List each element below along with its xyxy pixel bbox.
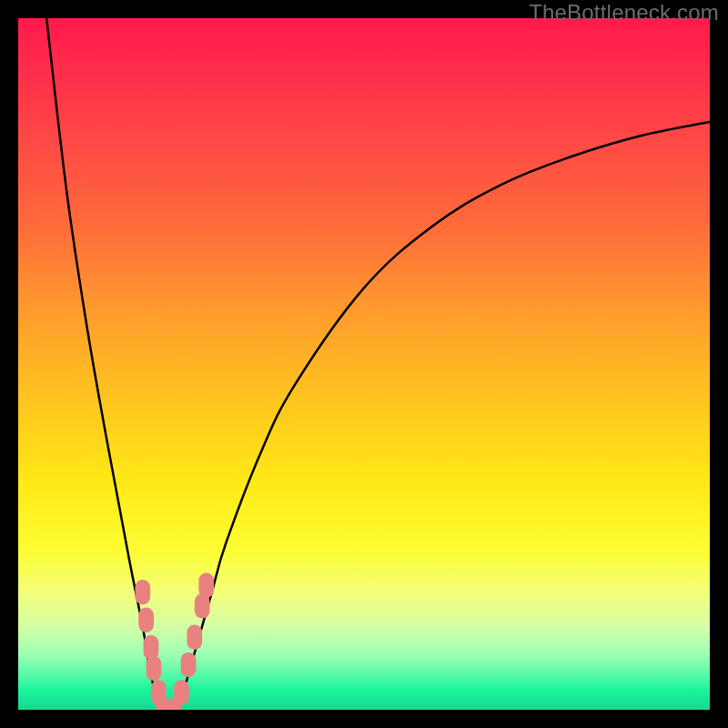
data-marker — [174, 680, 189, 704]
data-marker — [187, 625, 202, 650]
bottleneck-curve — [18, 18, 710, 710]
data-marker — [144, 635, 159, 660]
outer-frame: TheBottleneck.com — [0, 0, 728, 728]
curve-right-branch — [177, 122, 710, 710]
data-marker — [138, 608, 154, 632]
data-marker — [147, 656, 162, 681]
data-marker — [181, 652, 197, 677]
watermark-text: TheBottleneck.com — [529, 0, 719, 25]
data-marker — [198, 573, 214, 598]
curve-left-branch — [46, 18, 163, 710]
marker-cluster — [135, 573, 214, 710]
plot-area — [18, 18, 710, 710]
data-marker — [135, 580, 150, 604]
